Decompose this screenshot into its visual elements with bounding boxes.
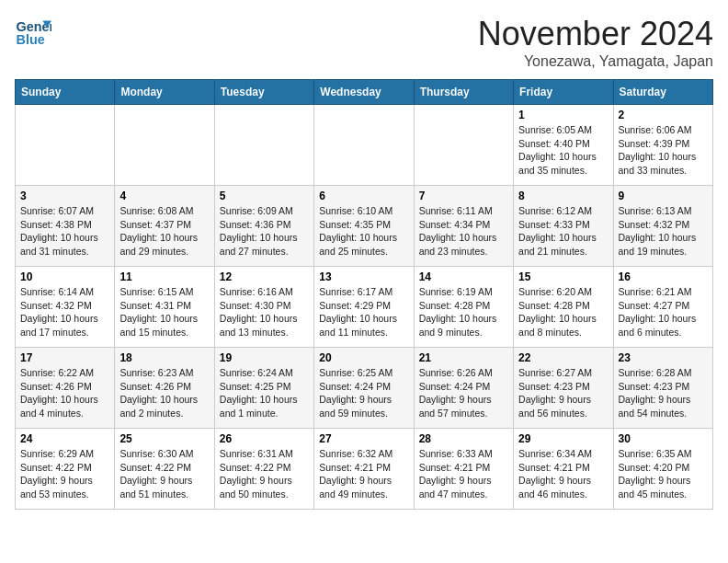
day-number: 26 bbox=[220, 432, 309, 445]
day-info: Sunrise: 6:05 AM Sunset: 4:40 PM Dayligh… bbox=[518, 123, 608, 178]
calendar-cell: 19Sunrise: 6:24 AM Sunset: 4:25 PM Dayli… bbox=[214, 348, 313, 429]
calendar-cell: 9Sunrise: 6:13 AM Sunset: 4:32 PM Daylig… bbox=[613, 186, 712, 267]
day-number: 21 bbox=[419, 351, 508, 364]
day-number: 30 bbox=[619, 432, 708, 445]
day-number: 18 bbox=[119, 351, 209, 364]
day-number: 1 bbox=[518, 109, 608, 121]
day-number: 8 bbox=[518, 190, 608, 202]
day-number: 28 bbox=[419, 432, 508, 445]
day-number: 13 bbox=[319, 270, 408, 283]
day-info: Sunrise: 6:20 AM Sunset: 4:28 PM Dayligh… bbox=[518, 285, 608, 339]
calendar-header-monday: Monday bbox=[115, 80, 214, 105]
calendar-cell: 28Sunrise: 6:33 AM Sunset: 4:21 PM Dayli… bbox=[414, 429, 513, 510]
calendar-header-thursday: Thursday bbox=[414, 80, 513, 105]
calendar-cell bbox=[314, 105, 414, 186]
logo: General Blue bbox=[15, 15, 55, 52]
calendar-cell: 1Sunrise: 6:05 AM Sunset: 4:40 PM Daylig… bbox=[514, 105, 613, 186]
calendar-cell: 12Sunrise: 6:16 AM Sunset: 4:30 PM Dayli… bbox=[214, 267, 313, 348]
calendar-cell: 27Sunrise: 6:32 AM Sunset: 4:21 PM Dayli… bbox=[314, 429, 414, 510]
day-info: Sunrise: 6:12 AM Sunset: 4:33 PM Dayligh… bbox=[518, 204, 608, 259]
day-number: 19 bbox=[220, 351, 309, 364]
calendar-header-saturday: Saturday bbox=[613, 80, 712, 105]
svg-text:Blue: Blue bbox=[17, 32, 45, 47]
calendar-cell: 29Sunrise: 6:34 AM Sunset: 4:21 PM Dayli… bbox=[514, 429, 613, 510]
calendar-cell: 18Sunrise: 6:23 AM Sunset: 4:26 PM Dayli… bbox=[115, 348, 214, 429]
day-info: Sunrise: 6:14 AM Sunset: 4:32 PM Dayligh… bbox=[20, 285, 109, 339]
calendar-week-3: 10Sunrise: 6:14 AM Sunset: 4:32 PM Dayli… bbox=[16, 267, 713, 348]
day-number: 9 bbox=[619, 190, 708, 202]
day-info: Sunrise: 6:13 AM Sunset: 4:32 PM Dayligh… bbox=[619, 204, 708, 259]
calendar-header-wednesday: Wednesday bbox=[314, 80, 414, 105]
calendar-header-row: SundayMondayTuesdayWednesdayThursdayFrid… bbox=[16, 80, 713, 105]
day-info: Sunrise: 6:17 AM Sunset: 4:29 PM Dayligh… bbox=[319, 285, 408, 339]
day-number: 10 bbox=[20, 270, 109, 283]
day-info: Sunrise: 6:29 AM Sunset: 4:22 PM Dayligh… bbox=[20, 447, 109, 501]
day-info: Sunrise: 6:34 AM Sunset: 4:21 PM Dayligh… bbox=[518, 447, 608, 501]
day-number: 11 bbox=[119, 270, 209, 283]
calendar-header-sunday: Sunday bbox=[16, 80, 115, 105]
calendar-body: 1Sunrise: 6:05 AM Sunset: 4:40 PM Daylig… bbox=[16, 105, 713, 510]
day-info: Sunrise: 6:10 AM Sunset: 4:35 PM Dayligh… bbox=[319, 204, 408, 259]
day-info: Sunrise: 6:06 AM Sunset: 4:39 PM Dayligh… bbox=[619, 123, 708, 178]
calendar-cell: 24Sunrise: 6:29 AM Sunset: 4:22 PM Dayli… bbox=[16, 429, 115, 510]
day-info: Sunrise: 6:25 AM Sunset: 4:24 PM Dayligh… bbox=[319, 366, 408, 420]
day-info: Sunrise: 6:31 AM Sunset: 4:22 PM Dayligh… bbox=[220, 447, 309, 501]
calendar-cell: 22Sunrise: 6:27 AM Sunset: 4:23 PM Dayli… bbox=[514, 348, 613, 429]
calendar-cell: 21Sunrise: 6:26 AM Sunset: 4:24 PM Dayli… bbox=[414, 348, 513, 429]
day-info: Sunrise: 6:08 AM Sunset: 4:37 PM Dayligh… bbox=[119, 204, 209, 259]
page-header: General Blue November 2024 Yonezawa, Yam… bbox=[15, 15, 713, 70]
day-info: Sunrise: 6:27 AM Sunset: 4:23 PM Dayligh… bbox=[518, 366, 608, 420]
calendar-table: SundayMondayTuesdayWednesdayThursdayFrid… bbox=[15, 79, 713, 510]
day-info: Sunrise: 6:23 AM Sunset: 4:26 PM Dayligh… bbox=[119, 366, 209, 420]
day-info: Sunrise: 6:15 AM Sunset: 4:31 PM Dayligh… bbox=[119, 285, 209, 339]
day-info: Sunrise: 6:30 AM Sunset: 4:22 PM Dayligh… bbox=[119, 447, 209, 501]
day-info: Sunrise: 6:32 AM Sunset: 4:21 PM Dayligh… bbox=[319, 447, 408, 501]
calendar-cell: 6Sunrise: 6:10 AM Sunset: 4:35 PM Daylig… bbox=[314, 186, 414, 267]
calendar-cell: 3Sunrise: 6:07 AM Sunset: 4:38 PM Daylig… bbox=[16, 186, 115, 267]
day-info: Sunrise: 6:11 AM Sunset: 4:34 PM Dayligh… bbox=[419, 204, 508, 259]
calendar-week-4: 17Sunrise: 6:22 AM Sunset: 4:26 PM Dayli… bbox=[16, 348, 713, 429]
day-number: 14 bbox=[419, 270, 508, 283]
calendar-week-1: 1Sunrise: 6:05 AM Sunset: 4:40 PM Daylig… bbox=[16, 105, 713, 186]
calendar-cell: 15Sunrise: 6:20 AM Sunset: 4:28 PM Dayli… bbox=[514, 267, 613, 348]
day-info: Sunrise: 6:09 AM Sunset: 4:36 PM Dayligh… bbox=[220, 204, 309, 259]
calendar-cell: 8Sunrise: 6:12 AM Sunset: 4:33 PM Daylig… bbox=[514, 186, 613, 267]
calendar-cell: 23Sunrise: 6:28 AM Sunset: 4:23 PM Dayli… bbox=[613, 348, 712, 429]
day-number: 15 bbox=[518, 270, 608, 283]
day-number: 2 bbox=[619, 109, 708, 121]
day-number: 17 bbox=[20, 351, 109, 364]
calendar-cell: 14Sunrise: 6:19 AM Sunset: 4:28 PM Dayli… bbox=[414, 267, 513, 348]
day-number: 24 bbox=[20, 432, 109, 445]
calendar-cell: 20Sunrise: 6:25 AM Sunset: 4:24 PM Dayli… bbox=[314, 348, 414, 429]
calendar-header-tuesday: Tuesday bbox=[214, 80, 313, 105]
calendar-cell: 17Sunrise: 6:22 AM Sunset: 4:26 PM Dayli… bbox=[16, 348, 115, 429]
day-number: 20 bbox=[319, 351, 408, 364]
calendar-cell: 13Sunrise: 6:17 AM Sunset: 4:29 PM Dayli… bbox=[314, 267, 414, 348]
day-number: 12 bbox=[220, 270, 309, 283]
day-number: 3 bbox=[20, 190, 109, 202]
day-info: Sunrise: 6:24 AM Sunset: 4:25 PM Dayligh… bbox=[220, 366, 309, 420]
calendar-cell: 16Sunrise: 6:21 AM Sunset: 4:27 PM Dayli… bbox=[613, 267, 712, 348]
calendar-header-friday: Friday bbox=[514, 80, 613, 105]
calendar-cell: 10Sunrise: 6:14 AM Sunset: 4:32 PM Dayli… bbox=[16, 267, 115, 348]
calendar-cell bbox=[115, 105, 214, 186]
day-info: Sunrise: 6:16 AM Sunset: 4:30 PM Dayligh… bbox=[220, 285, 309, 339]
calendar-cell: 5Sunrise: 6:09 AM Sunset: 4:36 PM Daylig… bbox=[214, 186, 313, 267]
calendar-week-5: 24Sunrise: 6:29 AM Sunset: 4:22 PM Dayli… bbox=[16, 429, 713, 510]
calendar-cell: 30Sunrise: 6:35 AM Sunset: 4:20 PM Dayli… bbox=[613, 429, 712, 510]
day-number: 6 bbox=[319, 190, 408, 202]
day-info: Sunrise: 6:33 AM Sunset: 4:21 PM Dayligh… bbox=[419, 447, 508, 501]
day-info: Sunrise: 6:22 AM Sunset: 4:26 PM Dayligh… bbox=[20, 366, 109, 420]
day-number: 4 bbox=[119, 190, 209, 202]
day-number: 22 bbox=[518, 351, 608, 364]
month-title: November 2024 bbox=[478, 15, 713, 53]
calendar-cell: 11Sunrise: 6:15 AM Sunset: 4:31 PM Dayli… bbox=[115, 267, 214, 348]
day-info: Sunrise: 6:26 AM Sunset: 4:24 PM Dayligh… bbox=[419, 366, 508, 420]
calendar-cell bbox=[414, 105, 513, 186]
calendar-cell: 7Sunrise: 6:11 AM Sunset: 4:34 PM Daylig… bbox=[414, 186, 513, 267]
calendar-cell bbox=[214, 105, 313, 186]
calendar-cell bbox=[16, 105, 115, 186]
day-number: 16 bbox=[619, 270, 708, 283]
day-info: Sunrise: 6:07 AM Sunset: 4:38 PM Dayligh… bbox=[20, 204, 109, 259]
calendar-cell: 26Sunrise: 6:31 AM Sunset: 4:22 PM Dayli… bbox=[214, 429, 313, 510]
